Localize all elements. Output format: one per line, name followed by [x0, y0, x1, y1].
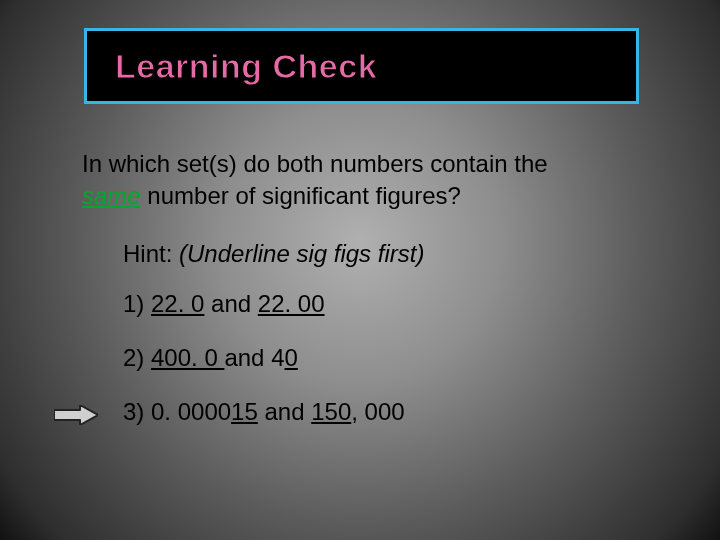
option-3: 3) 0. 000015 and 150, 000	[123, 398, 405, 426]
option-1-a: 22. 0	[151, 290, 204, 317]
option-2-b-pre: 4	[271, 344, 284, 371]
option-3-num: 3)	[123, 398, 151, 425]
option-3-a-u: 15	[231, 398, 258, 425]
question-line2b: number of significant figures?	[141, 182, 461, 209]
hint-text: Hint: (Underline sig figs first)	[123, 240, 424, 268]
title-box: Learning Check	[84, 28, 639, 104]
hint-label: Hint:	[123, 240, 179, 267]
option-1-num: 1)	[123, 290, 151, 317]
option-2-b-u: 0	[285, 344, 298, 371]
emphasis-same: same	[82, 182, 141, 209]
question-line1a: In which set(s) do both numbers contain …	[82, 150, 548, 177]
slide: Learning Check In which set(s) do both n…	[0, 0, 720, 540]
option-3-b-post: , 000	[351, 398, 404, 425]
option-2-num: 2)	[123, 344, 151, 371]
option-3-mid: and	[258, 398, 311, 425]
option-2: 2) 400. 0 and 40	[123, 344, 405, 372]
page-title: Learning Check	[115, 47, 377, 86]
options-list: 1) 22. 0 and 22. 00 2) 400. 0 and 40 3) …	[123, 290, 405, 452]
question-text: In which set(s) do both numbers contain …	[82, 148, 642, 213]
option-2-mid: and	[224, 344, 271, 371]
option-1-mid: and	[204, 290, 257, 317]
option-2-a: 400. 0	[151, 344, 224, 371]
option-1-b: 22. 00	[258, 290, 325, 317]
hint-paren: (Underline sig figs first)	[179, 240, 424, 267]
option-3-a-pre: 0. 0000	[151, 398, 231, 425]
arrow-icon	[54, 405, 98, 425]
option-1: 1) 22. 0 and 22. 00	[123, 290, 405, 318]
option-3-b-u: 150	[311, 398, 351, 425]
